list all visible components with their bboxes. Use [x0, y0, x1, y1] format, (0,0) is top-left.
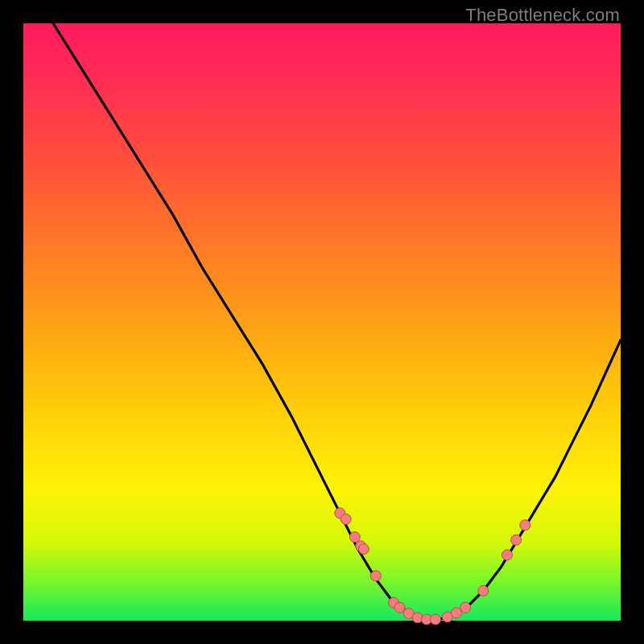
highlight-dot: [358, 544, 369, 555]
highlight-dot: [412, 613, 423, 623]
highlight-dot: [349, 532, 360, 543]
highlight-dot: [502, 550, 513, 560]
highlight-dot: [394, 602, 405, 613]
bottleneck-curve-path: [53, 23, 621, 621]
highlight-dot: [511, 535, 522, 545]
watermark-text: TheBottleneck.com: [465, 5, 620, 26]
highlight-dot: [431, 614, 441, 625]
highlight-dot: [370, 571, 381, 581]
highlight-dot: [460, 602, 471, 613]
chart-frame: TheBottleneck.com: [0, 0, 644, 644]
highlight-dot: [520, 520, 530, 530]
bottleneck-curve-svg: [23, 23, 621, 621]
plot-area: [23, 23, 621, 621]
highlight-dot: [341, 514, 351, 524]
highlight-dot: [478, 585, 489, 596]
